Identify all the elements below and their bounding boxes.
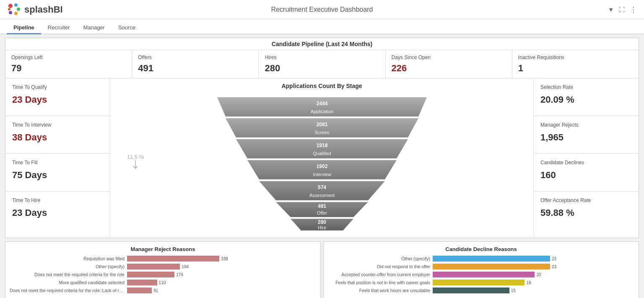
manager-reject-chart: Manager Reject Reasons Requisition was f… [5,241,321,298]
candidate-decline-chart: Candidate Decline Reasons Other (specify… [323,241,639,298]
kpi-inactive-value: 1 [518,63,633,74]
svg-point-2 [17,8,20,11]
svg-text:280: 280 [317,219,326,225]
metric-fill-value: 75 Days [12,170,103,181]
tab-source[interactable]: Source [112,22,142,34]
manager-reject-bar-row: Does not meet the required criteria for … [10,272,316,277]
bar-label: Does not meet the required criteria for … [10,272,127,277]
manager-rejects-value: 1,965 [540,132,632,143]
metric-qualify-label: Time To Qualify [12,84,103,90]
svg-text:Hire: Hire [317,225,326,230]
bar-wrapper: 91 [127,288,316,293]
candidate-declines-value: 160 [540,170,632,181]
bar-wrapper: 23 [433,256,634,262]
right-metrics: Selection Rate 20.09 % Manager Rejects 1… [534,78,639,238]
bar [127,272,174,277]
bar-wrapper: 23 [433,264,634,269]
bar-value: 174 [176,272,183,277]
selection-rate-label: Selection Rate [540,84,632,90]
bar [433,272,535,277]
selection-rate-value: 20.09 % [540,94,632,105]
svg-text:Screen: Screen [314,130,329,135]
candidate-decline-bar-row: Other (specify) 23 [328,256,634,262]
manager-reject-bar-row: Requisition was filled 338 [10,256,316,262]
manager-reject-bar-row: More qualified candidate selected 110 [10,280,316,285]
svg-text:1918: 1918 [316,143,327,148]
bar-label: Other (specify) [328,256,433,261]
kpi-hires: Hires 280 [259,50,385,78]
svg-text:491: 491 [317,203,326,209]
bar [127,280,157,285]
filter-icon[interactable]: ▼ [608,6,614,13]
nav-tabs: Pipeline Recruiter Manager Source [0,19,644,34]
candidate-decline-bar-row: Did not respond to the offer 23 [328,264,634,269]
metric-time-qualify: Time To Qualify 23 Days [5,78,110,116]
svg-text:Application: Application [311,109,333,114]
candidate-decline-bar-row: Feels that work hours are unsuitable 15 [328,288,634,293]
bottom-charts: Manager Reject Reasons Requisition was f… [5,241,639,298]
metric-time-interview: Time To Interview 38 Days [5,116,110,154]
manager-rejects-label: Manager Rejects [540,122,632,128]
svg-point-4 [9,11,12,14]
candidate-decline-bars: Other (specify) 23 Did not respond to th… [328,256,634,293]
header: splashBI Recruitment Executive Dashboard… [0,0,644,19]
bar-value: 20 [536,272,541,277]
svg-text:Offer: Offer [317,210,327,215]
expand-icon[interactable]: ⛶ [619,6,625,13]
svg-text:2081: 2081 [316,122,327,127]
bar [433,280,525,285]
funnel-chart: 2444 Application 2081 Screen 1918 Qualif… [192,93,452,231]
bar-value: 338 [221,257,228,261]
bar-label: More qualified candidate selected [10,280,127,285]
bar [127,288,152,293]
manager-reject-bar-row: Other (specify) 194 [10,264,316,269]
svg-text:Qualified: Qualified [313,151,331,156]
kpi-row: Openings Left 79 Offers 491 Hires 280 Da… [5,50,639,78]
bar-value: 23 [552,257,556,261]
bar [433,288,509,293]
kpi-offers-label: Offers [138,54,252,60]
svg-text:2444: 2444 [316,101,327,106]
bar-label: Feels that work hours are unsuitable [328,288,433,293]
bar-label: Requisition was filled [10,256,127,261]
candidate-decline-title: Candidate Decline Reasons [328,246,634,252]
metric-offer-acceptance: Offer Acceptance Rate 59.88 % [534,192,639,229]
kpi-openings-left: Openings Left 79 [5,50,132,78]
offer-acceptance-label: Offer Acceptance Rate [540,197,632,203]
tab-recruiter[interactable]: Recruiter [41,22,77,34]
tab-pipeline[interactable]: Pipeline [7,22,41,34]
manager-reject-bar-row: Does not meet the required criteria for … [10,288,316,293]
kpi-hires-value: 280 [265,63,379,74]
funnel-annotation: 11.5 % [127,154,144,173]
metric-interview-value: 38 Days [12,132,103,143]
kpi-openings-value: 79 [11,63,126,74]
kpi-offers-value: 491 [138,63,252,74]
menu-icon[interactable]: ⋮ [630,5,637,14]
bar-value: 23 [552,264,556,269]
kpi-offers: Offers 491 [132,50,259,78]
metric-time-hire: Time To Hire 23 Days [5,192,110,229]
bar-wrapper: 338 [127,256,316,262]
svg-text:Interview: Interview [312,172,331,177]
main-content: Candidate Pipeline (Last 24 Months) Open… [0,34,644,298]
tab-manager[interactable]: Manager [77,22,112,34]
metric-qualify-value: 23 Days [12,94,103,105]
bar-value: 194 [182,264,189,269]
bar-wrapper: 18 [433,280,634,285]
kpi-days-value: 226 [392,63,506,74]
svg-point-3 [14,12,18,15]
manager-reject-title: Manager Reject Reasons [10,246,316,252]
logo-icon [7,2,22,17]
funnel-area: Applications Count By Stage 11.5 % [110,78,534,238]
svg-text:Assessment: Assessment [309,193,335,198]
kpi-hires-label: Hires [265,54,379,60]
header-title: Recruitment Executive Dashboard [271,6,373,13]
kpi-inactive-req: Inactive Requisitions 1 [512,50,639,78]
metric-time-fill: Time To Fill 75 Days [5,154,110,192]
header-actions: ▼ ⛶ ⋮ [608,5,637,14]
bar-label: Other (specify) [10,264,127,269]
bar-label: Does not meet the required criteria for … [10,288,127,293]
metric-interview-label: Time To Interview [12,122,103,128]
metric-hire-label: Time To Hire [12,197,103,203]
candidate-decline-bar-row: Accepted counter-offer from current empl… [328,272,634,277]
